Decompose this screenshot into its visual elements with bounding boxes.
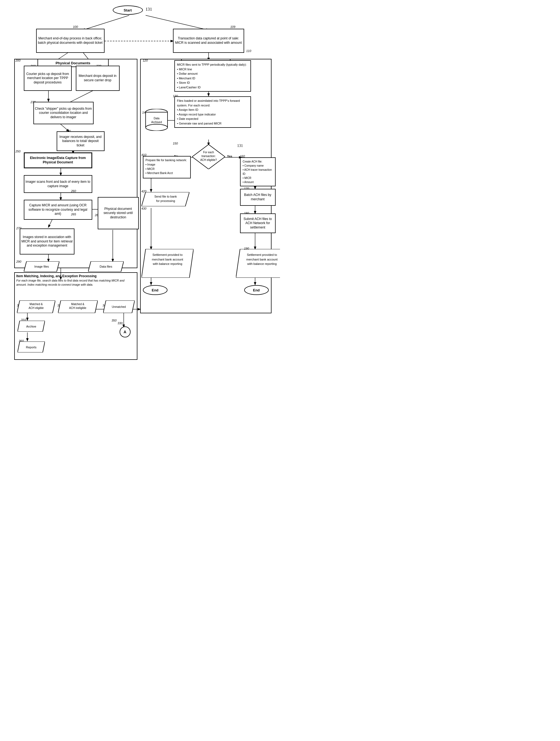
- ref-150: 150: [173, 142, 178, 145]
- ref-330: 330: [118, 322, 123, 325]
- svg-text:merchant bank account: merchant bank account: [246, 258, 277, 261]
- handwritten-131: 131: [237, 144, 243, 148]
- svg-text:Matched &: Matched &: [29, 302, 43, 306]
- images-stored-box: Images stored in association with MICR a…: [20, 228, 74, 255]
- micr-files-box: MICR files sent to TPPP periodically (ty…: [174, 60, 251, 92]
- ref-120: 120: [143, 59, 148, 62]
- ref-109: 109: [231, 25, 235, 28]
- ref-190: 190: [244, 247, 249, 250]
- ref-265: 265: [71, 213, 76, 216]
- svg-text:with balance reporting: with balance reporting: [152, 262, 182, 265]
- ach-eligible-diamond: For each transaction: ACH eligible?: [192, 144, 225, 170]
- connector-a: A: [120, 326, 131, 337]
- settlement-left-parallelogram: Settlement provided to merchant bank acc…: [141, 249, 193, 279]
- svg-text:merchant bank account: merchant bank account: [151, 258, 183, 261]
- svg-text:For each: For each: [203, 151, 214, 154]
- capture-micr-box: Capture MICR and amount (using OCR softw…: [24, 200, 92, 220]
- svg-text:Settlement provided to: Settlement provided to: [152, 253, 182, 256]
- ref-200: 200: [16, 59, 20, 62]
- svg-line-1: [145, 15, 208, 30]
- svg-text:ACH eligible?: ACH eligible?: [200, 158, 217, 161]
- svg-text:transaction:: transaction:: [201, 155, 216, 157]
- svg-text:for processing: for processing: [156, 199, 175, 202]
- ref-250: 250: [16, 150, 20, 153]
- ref-290: 290: [16, 260, 21, 263]
- prepare-file-box: Prepare file for banking network: • Imag…: [143, 156, 191, 179]
- ref-100: 100: [73, 25, 78, 28]
- svg-text:Reports: Reports: [26, 346, 37, 349]
- archive-parallelogram: Archive: [17, 321, 45, 332]
- svg-text:Matched &: Matched &: [71, 302, 84, 306]
- merchant-drops-box: Merchant drops deposit in secure carrier…: [76, 66, 120, 91]
- svg-text:Data files: Data files: [100, 265, 112, 268]
- imager-receives-box: Imager receives deposit, and balances to…: [57, 131, 105, 151]
- yes-label: Yes: [227, 155, 232, 158]
- svg-text:Archive: Archive: [26, 325, 36, 328]
- courier-box: Courier picks up deposit from merchant l…: [24, 66, 72, 91]
- ref-260: 260: [71, 189, 76, 193]
- svg-text:Send file to bank: Send file to bank: [154, 195, 177, 198]
- batch-ach-box: Batch ACH files by merchant: [240, 189, 275, 206]
- check-shipper-box: Check "shipper" picks up deposits from c…: [34, 102, 94, 124]
- ref-350: 350: [112, 319, 117, 322]
- item-matching-header: Item Matching, Indexing, and Exception P…: [16, 274, 97, 278]
- data-archived-cylinder: Data Archived: [144, 109, 169, 132]
- create-ach-box: Create ACH file: • Company name • ACH tr…: [240, 157, 275, 186]
- imager-scans-box: Imager scans front and back of every ite…: [24, 175, 92, 193]
- image-files-parallelogram: Image files: [24, 261, 59, 273]
- svg-text:Settlement provided to: Settlement provided to: [247, 253, 277, 256]
- end-oval-left: End: [143, 285, 168, 295]
- matched-ach-ineligible-parallelogram: Matched & ACH ineligible: [58, 300, 98, 314]
- send-file-parallelogram: Send file to bank for processing: [141, 192, 189, 207]
- merchant-eod-box: Merchant end-of-day process in back offi…: [36, 29, 105, 53]
- transaction-data-box: Transaction data captured at point of sa…: [173, 29, 244, 53]
- ref-430: 430: [141, 207, 146, 210]
- start-oval: Start: [113, 5, 143, 15]
- svg-line-0: [83, 15, 129, 30]
- svg-text:Image files: Image files: [34, 265, 49, 268]
- data-files-parallelogram: Data files: [88, 261, 124, 273]
- electronic-capture-header-box: Electronic Image/Data Capture from Physi…: [24, 152, 92, 168]
- svg-point-53: [145, 124, 168, 131]
- item-matching-desc: For each image file, search data files t…: [16, 279, 134, 286]
- settlement-right-parallelogram: Settlement provided to merchant bank acc…: [236, 249, 280, 279]
- matched-ach-eligible-parallelogram: Matched & ACH eligible: [17, 300, 55, 314]
- end-oval-right: End: [244, 285, 269, 295]
- ref-110: 110: [246, 49, 251, 53]
- start-label: Start: [124, 8, 132, 12]
- physical-doc-stored-box: Physical document securely stored until …: [98, 197, 139, 229]
- files-loaded-box: Files loaded or assimilated into TPPP's …: [174, 96, 251, 128]
- submit-ach-box: Submit ACH files to ACH Network for sett…: [240, 213, 275, 233]
- svg-text:ACH eligible: ACH eligible: [28, 307, 44, 310]
- unmatched-parallelogram: Unmatched: [103, 300, 135, 314]
- reports-parallelogram: Reports: [17, 341, 45, 353]
- handwritten-annotation: 131: [145, 7, 152, 12]
- svg-text:with balance reporting: with balance reporting: [247, 262, 277, 265]
- svg-text:Unmatched: Unmatched: [112, 306, 126, 309]
- svg-text:ACH ineligible: ACH ineligible: [69, 307, 86, 310]
- svg-text:Archived: Archived: [151, 121, 162, 124]
- svg-text:Data: Data: [153, 117, 160, 120]
